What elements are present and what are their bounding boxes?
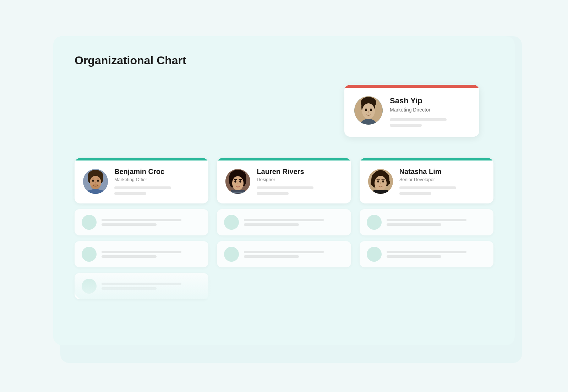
skeleton-line-2 bbox=[390, 124, 422, 127]
director-section: Sash Yip Marketing Director bbox=[75, 85, 493, 137]
member-skeleton-2 bbox=[257, 186, 342, 195]
sub-lines-1-1 bbox=[102, 219, 201, 226]
natasha-avatar-image bbox=[368, 169, 393, 194]
sub-line-n bbox=[387, 255, 442, 258]
sub-lines-3-2 bbox=[387, 251, 486, 258]
svg-point-5 bbox=[365, 109, 367, 111]
sub-card-2-2[interactable] bbox=[217, 241, 351, 267]
svg-point-13 bbox=[91, 184, 100, 190]
sub-card-2-1[interactable] bbox=[217, 209, 351, 235]
member-role-lauren: Designer bbox=[257, 177, 342, 182]
member-card-lauren[interactable]: Lauren Rivers Designer bbox=[217, 158, 351, 203]
skeleton-line-l1 bbox=[257, 186, 313, 189]
member-skeleton-1 bbox=[114, 186, 200, 195]
sub-line-i bbox=[244, 251, 324, 253]
svg-point-14 bbox=[92, 180, 94, 182]
sub-line-l bbox=[387, 223, 442, 226]
sub-avatar-1-1 bbox=[82, 215, 97, 230]
member-name-benjamin: Benjamin Croc bbox=[114, 168, 200, 176]
svg-point-24 bbox=[240, 180, 242, 182]
sub-lines-1-2 bbox=[102, 251, 201, 258]
member-card-benjamin[interactable]: Benjamin Croc Marketing Offier bbox=[75, 158, 208, 203]
team-grid: Benjamin Croc Marketing Offier bbox=[75, 158, 493, 299]
member-card-body-3: Natasha Lim Senior Developer bbox=[360, 160, 493, 203]
director-card-body: Sash Yip Marketing Director bbox=[344, 88, 479, 137]
sub-line-k bbox=[387, 219, 466, 221]
member-card-body-2: Lauren Rivers Designer bbox=[217, 160, 351, 203]
sub-card-1-1[interactable] bbox=[75, 209, 208, 235]
sub-card-1-3[interactable] bbox=[75, 273, 208, 299]
skeleton-line-n2 bbox=[399, 192, 431, 195]
director-role: Marketing Director bbox=[390, 107, 469, 113]
page-container: Organizational Chart bbox=[53, 36, 515, 356]
sub-line-j bbox=[244, 255, 299, 258]
sub-avatar-2-2 bbox=[224, 247, 239, 262]
sub-card-3-2[interactable] bbox=[360, 241, 493, 267]
svg-point-15 bbox=[97, 180, 99, 182]
svg-rect-37 bbox=[373, 190, 388, 194]
skeleton-line-n1 bbox=[399, 186, 456, 189]
member-name-natasha: Natasha Lim bbox=[399, 168, 485, 176]
skeleton-line-b2 bbox=[114, 192, 146, 195]
sub-avatar-2-1 bbox=[224, 215, 239, 230]
team-column-2: Lauren Rivers Designer bbox=[217, 158, 351, 299]
svg-point-36 bbox=[382, 180, 384, 183]
svg-rect-26 bbox=[231, 191, 245, 191]
sub-line-h bbox=[244, 223, 299, 226]
benjamin-avatar-image bbox=[83, 169, 108, 194]
member-avatar-benjamin bbox=[83, 169, 108, 194]
director-avatar bbox=[354, 96, 383, 125]
main-card: Organizational Chart bbox=[53, 36, 515, 345]
sub-lines-2-2 bbox=[244, 251, 344, 258]
director-avatar-image bbox=[354, 96, 383, 125]
page-title: Organizational Chart bbox=[75, 54, 493, 67]
director-info: Sash Yip Marketing Director bbox=[390, 96, 469, 127]
svg-rect-17 bbox=[88, 190, 103, 194]
svg-point-35 bbox=[377, 180, 379, 183]
team-column-3: Natasha Lim Senior Developer bbox=[360, 158, 493, 299]
sub-line-b bbox=[102, 223, 157, 226]
member-info-benjamin: Benjamin Croc Marketing Offier bbox=[114, 168, 200, 195]
skeleton-line-b1 bbox=[114, 186, 171, 189]
sub-line-a bbox=[102, 219, 181, 221]
director-card[interactable]: Sash Yip Marketing Director bbox=[344, 85, 479, 137]
skeleton-line-1 bbox=[390, 118, 447, 121]
member-card-body-1: Benjamin Croc Marketing Offier bbox=[75, 160, 208, 203]
sub-line-e bbox=[102, 283, 181, 285]
sub-avatar-3-2 bbox=[367, 247, 382, 262]
svg-point-23 bbox=[235, 180, 237, 182]
member-role-benjamin: Marketing Offier bbox=[114, 177, 200, 182]
sub-line-d bbox=[102, 255, 157, 258]
member-avatar-natasha bbox=[368, 169, 393, 194]
member-card-accent-bar-3 bbox=[360, 158, 493, 160]
member-card-natasha[interactable]: Natasha Lim Senior Developer bbox=[360, 158, 493, 203]
member-info-lauren: Lauren Rivers Designer bbox=[257, 168, 342, 195]
director-name: Sash Yip bbox=[390, 96, 469, 105]
sub-line-f bbox=[102, 287, 157, 290]
sub-line-g bbox=[244, 219, 324, 221]
lauren-avatar-image bbox=[225, 169, 250, 194]
svg-point-6 bbox=[370, 109, 372, 111]
member-card-accent-bar-2 bbox=[217, 158, 351, 160]
director-skeleton bbox=[390, 118, 469, 127]
member-avatar-lauren bbox=[225, 169, 250, 194]
member-name-lauren: Lauren Rivers bbox=[257, 168, 342, 176]
sub-line-m bbox=[387, 251, 466, 253]
team-column-1: Benjamin Croc Marketing Offier bbox=[75, 158, 208, 299]
sub-card-1-2[interactable] bbox=[75, 241, 208, 267]
skeleton-line-l2 bbox=[257, 192, 289, 195]
director-card-accent-bar bbox=[344, 85, 479, 88]
svg-rect-27 bbox=[231, 192, 245, 193]
member-role-natasha: Senior Developer bbox=[399, 177, 485, 182]
sub-lines-2-1 bbox=[244, 219, 344, 226]
sub-avatar-1-2 bbox=[82, 247, 97, 262]
sub-avatar-1-3 bbox=[82, 279, 97, 294]
sub-lines-1-3 bbox=[102, 283, 201, 290]
sub-line-c bbox=[102, 251, 181, 253]
sub-card-3-1[interactable] bbox=[360, 209, 493, 235]
sub-lines-3-1 bbox=[387, 219, 486, 226]
member-skeleton-3 bbox=[399, 186, 485, 195]
member-card-accent-bar-1 bbox=[75, 158, 208, 160]
sub-avatar-3-1 bbox=[367, 215, 382, 230]
member-info-natasha: Natasha Lim Senior Developer bbox=[399, 168, 485, 195]
